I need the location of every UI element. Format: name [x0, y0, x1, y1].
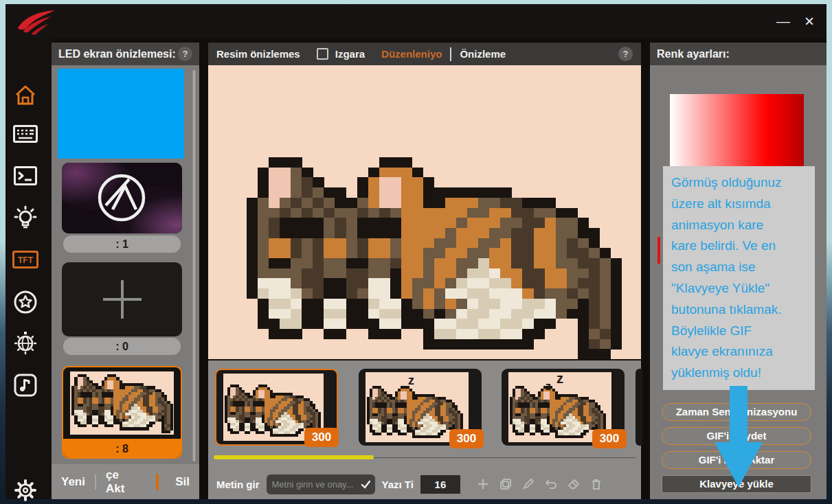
- sleep-z-mark: z: [556, 371, 563, 387]
- confirm-check-icon[interactable]: [361, 479, 371, 490]
- led-panel-footer: Yeni çe Akt Sil: [52, 464, 199, 499]
- font-size-value[interactable]: 16: [420, 475, 460, 494]
- sidebar-item-sync[interactable]: [12, 330, 38, 356]
- scrollbar[interactable]: [192, 70, 196, 461]
- animation-filmstrip: 300 z 300 z z 300: [208, 360, 641, 469]
- svg-text:TFT: TFT: [18, 255, 34, 265]
- sidebar-item-effects[interactable]: [12, 289, 38, 315]
- sidebar-item-home[interactable]: [12, 82, 38, 108]
- desktop-background: — ×: [0, 0, 832, 504]
- thumbnail-2-count: : 0: [63, 338, 181, 355]
- delete-icon[interactable]: [590, 478, 603, 490]
- frame-2-duration-badge: 300: [449, 429, 484, 448]
- hue-slider-fragment[interactable]: [657, 237, 660, 264]
- plus-icon: [103, 280, 142, 319]
- editor-header: Resim önizlemes Izgara Düzenleniyo Önizl…: [208, 43, 641, 65]
- sidebar-item-tft[interactable]: TFT: [12, 247, 38, 273]
- divider: [450, 47, 451, 61]
- duplicate-icon[interactable]: [499, 478, 512, 490]
- pixel-canvas[interactable]: [208, 65, 641, 360]
- color-settings-panel: Renk ayarları: Görmüş olduğunuz üzere al…: [650, 43, 827, 499]
- color-gradient-picker[interactable]: [670, 94, 804, 167]
- sidebar-item-keyboard[interactable]: [12, 121, 38, 147]
- star-badge-icon: [13, 290, 38, 314]
- grid-checkbox[interactable]: [317, 48, 328, 60]
- editor-toolbar: Metin gir Yazı Ti 16: [208, 469, 641, 499]
- tft-icon: TFT: [12, 251, 38, 268]
- toolbar-icons: [477, 478, 603, 490]
- timeline[interactable]: [214, 455, 636, 459]
- add-icon[interactable]: [477, 478, 489, 490]
- frame-4-partial[interactable]: [636, 369, 642, 446]
- thumbnail-3-count: : 8: [62, 439, 182, 459]
- new-button[interactable]: Yeni: [52, 475, 95, 489]
- band-logo-art: [62, 163, 182, 233]
- disco-ball-icon: [13, 330, 38, 356]
- frame-1-duration-badge: 300: [304, 428, 339, 447]
- tutorial-tooltip: Görmüş olduğunuz üzere alt kısımda anima…: [663, 166, 815, 390]
- tab-preview[interactable]: Önizleme: [460, 48, 506, 60]
- timeline-track: [374, 457, 636, 458]
- animation-thumbnail-1[interactable]: [62, 163, 182, 233]
- grid-label: Izgara: [335, 48, 365, 60]
- titlebar: — ×: [5, 4, 827, 38]
- claw-logo-icon: [15, 8, 58, 35]
- led-screen-preview: [58, 69, 184, 159]
- timeline-progress: [214, 455, 374, 459]
- animation-thumbnail-selected[interactable]: : 8: [62, 366, 182, 459]
- color-panel-title: Renk ayarları:: [650, 43, 827, 65]
- text-entry-label: Metin gir: [216, 479, 260, 490]
- font-size-label: Yazı Ti: [382, 479, 414, 490]
- help-icon[interactable]: ?: [618, 47, 633, 61]
- help-icon[interactable]: ?: [178, 47, 192, 61]
- text-input-wrap: [267, 474, 375, 494]
- app-window: — ×: [5, 4, 827, 499]
- lightbulb-icon: [13, 205, 38, 231]
- frame-2[interactable]: z 300: [359, 369, 482, 446]
- cat-pixel-art: [247, 157, 622, 359]
- frame-1[interactable]: 300: [215, 369, 338, 446]
- keyboard-icon: [13, 125, 38, 143]
- add-animation-thumbnail[interactable]: [62, 262, 182, 336]
- delete-button[interactable]: Sil: [166, 475, 199, 489]
- text-input[interactable]: [267, 474, 375, 494]
- led-preview-panel: LED ekran önizlemesi: ? : 1: [52, 43, 199, 499]
- gear-icon: [13, 478, 38, 503]
- led-panel-title: LED ekran önizlemesi:: [52, 43, 199, 65]
- eraser-icon[interactable]: [567, 478, 580, 490]
- import-button[interactable]: çe Akt: [96, 468, 149, 496]
- sleep-z-mark: z: [408, 374, 414, 388]
- console-icon: [14, 166, 37, 185]
- scrollbar-thumb[interactable]: [193, 70, 195, 461]
- minimize-button[interactable]: —: [773, 11, 794, 32]
- frame-3[interactable]: z z 300: [502, 369, 625, 446]
- sidebar: TFT: [5, 38, 52, 499]
- music-note-icon: [14, 374, 37, 397]
- editor-area: Resim önizlemes Izgara Düzenleniyo Önizl…: [208, 43, 641, 499]
- frame-3-duration-badge: 300: [592, 429, 627, 448]
- cat-thumbnail-art: [70, 371, 174, 435]
- undo-icon[interactable]: [545, 478, 557, 490]
- sleep-z-mark: z: [546, 380, 551, 393]
- sidebar-item-music[interactable]: [12, 372, 38, 398]
- divider: [156, 474, 159, 490]
- sidebar-item-lighting[interactable]: [12, 205, 38, 231]
- sidebar-item-macro[interactable]: [12, 163, 38, 189]
- edit-icon[interactable]: [522, 478, 535, 490]
- tutorial-arrow-icon: [715, 386, 763, 489]
- sidebar-item-settings[interactable]: [12, 477, 38, 503]
- close-button[interactable]: ×: [799, 11, 820, 32]
- tab-editing[interactable]: Düzenleniyo: [381, 48, 442, 60]
- image-preview-label: Resim önizlemes: [216, 48, 300, 60]
- home-icon: [14, 84, 37, 107]
- thumbnail-1-count: : 1: [63, 236, 181, 253]
